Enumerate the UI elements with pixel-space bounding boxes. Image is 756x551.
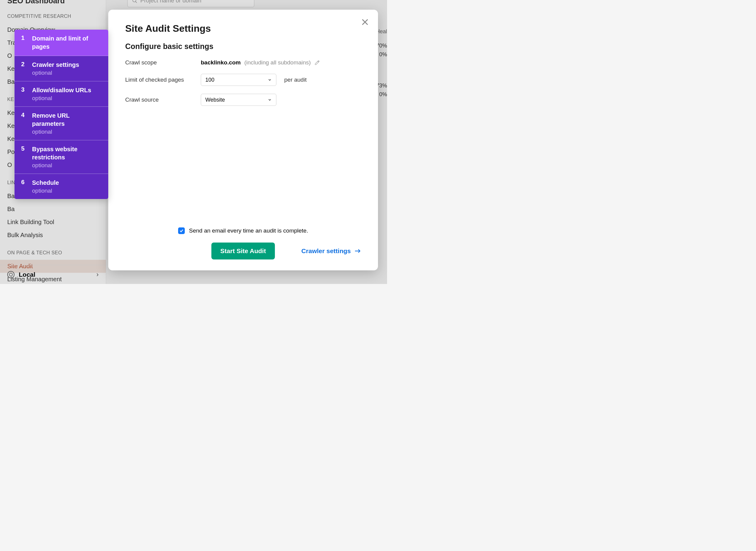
wizard-step-optional: optional	[32, 128, 103, 135]
limit-pages-select[interactable]: 100	[201, 74, 276, 86]
start-site-audit-button[interactable]: Start Site Audit	[211, 242, 275, 259]
edit-icon[interactable]	[314, 60, 320, 65]
wizard-step[interactable]: 6Scheduleoptional	[15, 174, 108, 199]
crawler-settings-label: Crawler settings	[301, 247, 351, 254]
wizard-step-optional: optional	[32, 187, 59, 194]
wizard-step-number: 1	[21, 34, 25, 51]
crawl-scope-domain: backlinko.com	[201, 59, 241, 66]
wizard-step-title: Schedule	[32, 179, 59, 187]
modal-title: Site Audit Settings	[125, 23, 361, 34]
chevron-down-icon	[268, 78, 272, 82]
crawl-source-row: Crawl source Website	[125, 94, 361, 106]
email-checkbox[interactable]	[178, 227, 185, 234]
wizard-step-number: 3	[21, 86, 25, 102]
email-checkbox-label: Send an email every time an audit is com…	[189, 227, 308, 234]
limit-pages-row: Limit of checked pages 100 per audit	[125, 74, 361, 86]
close-icon	[360, 18, 369, 27]
wizard-stepper: 1Domain and limit of pages2Crawler setti…	[15, 30, 108, 199]
modal-subtitle: Configure basic settings	[125, 42, 361, 51]
wizard-step-title: Allow/disallow URLs	[32, 86, 91, 94]
modal-footer: Send an email every time an audit is com…	[125, 227, 361, 259]
crawl-source-select[interactable]: Website	[201, 94, 276, 106]
crawl-scope-hint: (including all subdomains)	[244, 59, 311, 66]
limit-pages-label: Limit of checked pages	[125, 76, 201, 83]
site-audit-settings-modal: Site Audit Settings Configure basic sett…	[108, 10, 378, 270]
crawl-scope-label: Crawl scope	[125, 59, 201, 66]
wizard-step-number: 2	[21, 61, 25, 76]
check-icon	[179, 228, 183, 233]
wizard-step[interactable]: 2Crawler settingsoptional	[15, 56, 108, 81]
wizard-step-optional: optional	[32, 70, 79, 76]
wizard-step-title: Remove URL parameters	[32, 112, 103, 128]
crawler-settings-link[interactable]: Crawler settings	[301, 247, 361, 254]
wizard-step[interactable]: 1Domain and limit of pages	[15, 30, 108, 56]
wizard-step-title: Domain and limit of pages	[32, 34, 103, 51]
wizard-step-number: 6	[21, 179, 25, 194]
limit-pages-suffix: per audit	[284, 76, 306, 83]
limit-pages-value: 100	[205, 77, 214, 83]
crawl-scope-row: Crawl scope backlinko.com (including all…	[125, 59, 361, 66]
wizard-step-optional: optional	[32, 162, 103, 169]
wizard-step-number: 5	[21, 145, 25, 169]
email-checkbox-row[interactable]: Send an email every time an audit is com…	[125, 227, 361, 234]
wizard-step-title: Bypass website restrictions	[32, 145, 103, 161]
wizard-step-number: 4	[21, 112, 25, 135]
wizard-step[interactable]: 5Bypass website restrictionsoptional	[15, 140, 108, 174]
crawl-scope-value: backlinko.com (including all subdomains)	[201, 59, 320, 66]
wizard-step[interactable]: 4Remove URL parametersoptional	[15, 107, 108, 140]
crawl-source-label: Crawl source	[125, 96, 201, 103]
wizard-step[interactable]: 3Allow/disallow URLsoptional	[15, 81, 108, 107]
wizard-step-optional: optional	[32, 95, 91, 102]
arrow-right-icon	[354, 248, 361, 253]
crawl-source-value: Website	[205, 97, 225, 103]
chevron-down-icon	[268, 98, 272, 102]
close-button[interactable]	[360, 18, 369, 27]
wizard-step-title: Crawler settings	[32, 61, 79, 69]
